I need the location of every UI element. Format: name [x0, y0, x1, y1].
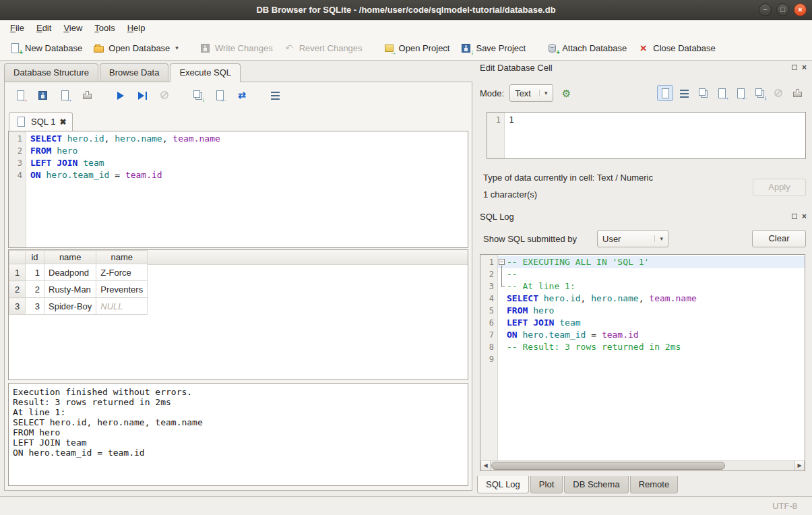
close-database-button[interactable]: ×Close Database	[632, 39, 721, 57]
cell[interactable]: Preventers	[96, 281, 148, 298]
save-project-button[interactable]: ↓Save Project	[455, 39, 531, 57]
cell[interactable]: Z-Force	[96, 264, 148, 281]
cell[interactable]: Rusty-Man	[44, 281, 96, 298]
float-panel-icon[interactable]	[792, 214, 797, 219]
write-changes-icon	[199, 42, 211, 54]
row-header[interactable]: 2	[9, 281, 26, 298]
grid-corner[interactable]	[9, 251, 26, 264]
menu-help[interactable]: Help	[121, 22, 152, 34]
scrollbar-thumb[interactable]	[491, 462, 725, 470]
close-button[interactable]: ×	[794, 3, 807, 16]
menu-file[interactable]: File	[4, 22, 30, 34]
export-results-button[interactable]: ↓	[189, 86, 206, 104]
sql-log-view[interactable]: 123456789 −-- EXECUTING ALL IN 'SQL 1'--…	[480, 254, 805, 471]
scroll-right-icon[interactable]: ▶	[794, 461, 805, 471]
menu-edit[interactable]: Edit	[30, 22, 57, 34]
dock-tab-db-schema[interactable]: DB Schema	[564, 476, 628, 493]
maximize-button[interactable]: □	[776, 3, 789, 16]
table-row: 22Rusty-ManPreventers	[9, 281, 148, 298]
editor-line-numbers: 1234	[9, 131, 26, 247]
column-header-id[interactable]: id	[26, 251, 44, 264]
new-database-button[interactable]: +New Database	[4, 39, 88, 57]
dock-tab-plot[interactable]: Plot	[530, 476, 563, 493]
execute-all-button[interactable]	[111, 86, 129, 104]
cell[interactable]: 2	[26, 281, 44, 298]
mode-select[interactable]: Text ▾	[509, 84, 553, 102]
row-header[interactable]: 3	[9, 298, 26, 315]
cell[interactable]: Spider-Boy	[44, 298, 96, 315]
dock-tab-remote[interactable]: Remote	[630, 476, 679, 493]
scrollbar-track[interactable]	[491, 461, 794, 471]
cell-char-count: 1 character(s)	[483, 189, 537, 200]
code-line: LEFT JOIN team	[30, 157, 468, 169]
column-header-name[interactable]: name	[44, 251, 96, 264]
close-tab-icon[interactable]: ✖	[59, 118, 66, 126]
clear-button[interactable]: Clear	[752, 230, 806, 247]
find-replace-button[interactable]: ⇄	[233, 86, 251, 104]
tab-sql-1[interactable]: SQL 1 ✖	[9, 112, 73, 132]
cell[interactable]: 1	[26, 264, 44, 281]
tab-browse-data[interactable]: Browse Data	[100, 63, 168, 82]
main-tabbar: Database StructureBrowse DataExecute SQL	[4, 63, 242, 82]
log-line: --	[498, 268, 805, 280]
print-button[interactable]	[789, 85, 805, 101]
open-database-icon	[93, 42, 104, 54]
menu-view[interactable]: View	[57, 22, 88, 34]
attach-database-button[interactable]: +Attach Database	[541, 39, 632, 57]
row-header[interactable]: 1	[9, 264, 26, 281]
close-panel-icon[interactable]: ×	[802, 64, 807, 71]
cell-editor[interactable]: 1 1	[487, 112, 806, 159]
export-sql-button[interactable]: →	[56, 86, 73, 104]
export-icon: ←	[735, 88, 747, 99]
float-panel-icon[interactable]	[792, 65, 797, 70]
tab-execute-sql[interactable]: Execute SQL	[170, 63, 241, 82]
open-database-button[interactable]: Open Database▾	[88, 39, 184, 57]
window-title: DB Browser for SQLite - /home/user/code/…	[256, 5, 555, 15]
tab-database-structure[interactable]: Database Structure	[4, 63, 98, 82]
sql-editor[interactable]: 1234 SELECT hero.id, hero.name, team.nam…	[8, 131, 468, 248]
open-project-button[interactable]: →Open Project	[378, 39, 456, 57]
log-filter-label: Show SQL submitted by	[483, 234, 577, 244]
minimize-button[interactable]: −	[759, 3, 772, 16]
attach-database-icon: +	[546, 42, 558, 54]
print-button[interactable]	[78, 86, 96, 104]
open-sql-button[interactable]: →	[11, 86, 29, 104]
format-sql-button[interactable]	[266, 86, 284, 104]
cell[interactable]: NULL	[96, 298, 148, 315]
save-sql-button[interactable]	[34, 86, 51, 104]
copy-button[interactable]	[695, 85, 711, 101]
settings-button[interactable]: ⚙	[559, 85, 575, 101]
log-filter-select[interactable]: User ▾	[597, 230, 668, 247]
save-cell-button[interactable]: ↓	[751, 85, 768, 101]
edit-cell-header: Edit Database Cell ×	[480, 63, 808, 75]
open-sql-icon: →	[15, 90, 26, 101]
execute-line-icon	[137, 90, 148, 101]
save-results-button[interactable]: ←	[211, 86, 228, 104]
export-sql-icon: →	[59, 90, 71, 101]
scroll-left-icon[interactable]: ◀	[480, 461, 491, 471]
import-icon: →	[716, 88, 728, 99]
execute-line-button[interactable]	[133, 86, 151, 104]
output-line: SELECT hero.id, hero.name, team.name	[13, 417, 464, 427]
word-wrap-button[interactable]	[676, 85, 692, 101]
menu-tools[interactable]: Tools	[88, 22, 121, 34]
column-header-name[interactable]: name	[96, 251, 148, 264]
fold-collapse-icon[interactable]: −	[498, 256, 507, 268]
horizontal-scrollbar[interactable]: ◀ ▶	[480, 460, 805, 471]
fold-guide	[498, 353, 507, 365]
log-line	[498, 353, 805, 365]
close-panel-icon[interactable]: ×	[802, 213, 807, 220]
import-button[interactable]: →	[714, 85, 730, 101]
sql-tab-label: SQL 1	[31, 117, 55, 127]
apply-button: Apply	[753, 179, 806, 196]
output-line: At line 1:	[13, 407, 464, 417]
text-mode-button[interactable]	[657, 85, 673, 101]
export-button[interactable]: ←	[732, 85, 749, 101]
button-label: Save Project	[476, 43, 526, 53]
dock-tab-sql-log[interactable]: SQL Log	[477, 476, 529, 493]
log-filter-value: User	[602, 234, 621, 244]
cell[interactable]: 3	[26, 298, 44, 315]
cell[interactable]: Deadpond	[44, 264, 96, 281]
fold-guide	[498, 280, 507, 293]
save-sql-icon	[37, 90, 49, 101]
